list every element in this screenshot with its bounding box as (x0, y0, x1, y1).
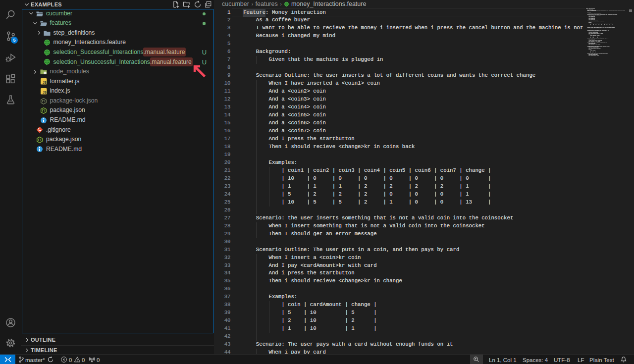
svg-text:JS: JS (42, 91, 47, 94)
svg-text:JS: JS (42, 81, 47, 85)
